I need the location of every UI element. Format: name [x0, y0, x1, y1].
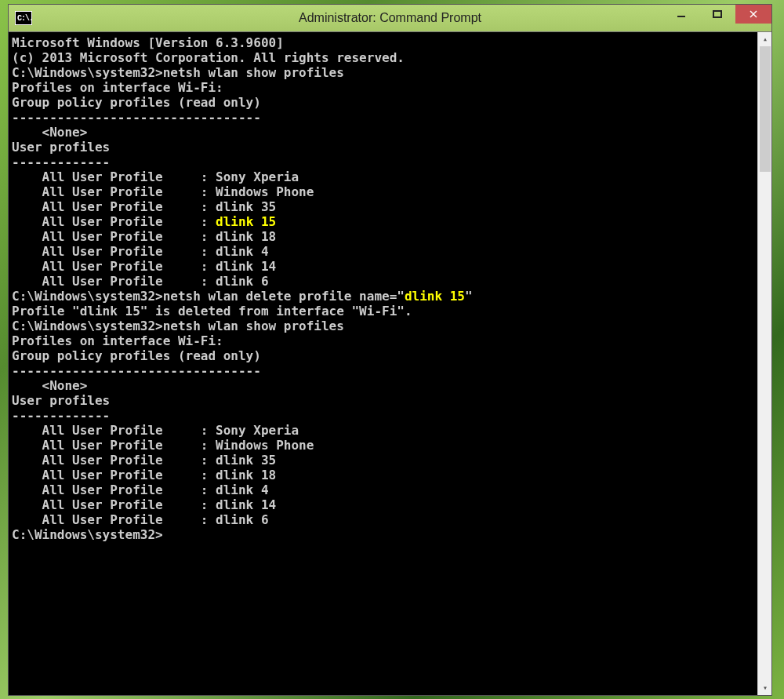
terminal-output[interactable]: Microsoft Windows [Version 6.3.9600](c) …: [9, 32, 757, 695]
svg-rect-1: [713, 11, 721, 17]
command-prompt-window: C:\. Administrator: Command Prompt Micro…: [8, 4, 772, 696]
scroll-up-button[interactable]: ▴: [758, 32, 771, 46]
maximize-button[interactable]: [699, 5, 735, 24]
app-icon: C:\.: [15, 11, 32, 25]
minimize-button[interactable]: [663, 5, 699, 24]
window-controls: [663, 5, 771, 27]
window-title: Administrator: Command Prompt: [299, 11, 481, 25]
terminal-body: Microsoft Windows [Version 6.3.9600](c) …: [9, 32, 771, 695]
titlebar[interactable]: C:\. Administrator: Command Prompt: [9, 5, 771, 32]
close-button[interactable]: [735, 5, 771, 24]
scrollbar-vertical[interactable]: ▴ ▾: [757, 32, 771, 695]
scroll-down-button[interactable]: ▾: [758, 681, 771, 695]
scroll-thumb[interactable]: [760, 46, 771, 172]
